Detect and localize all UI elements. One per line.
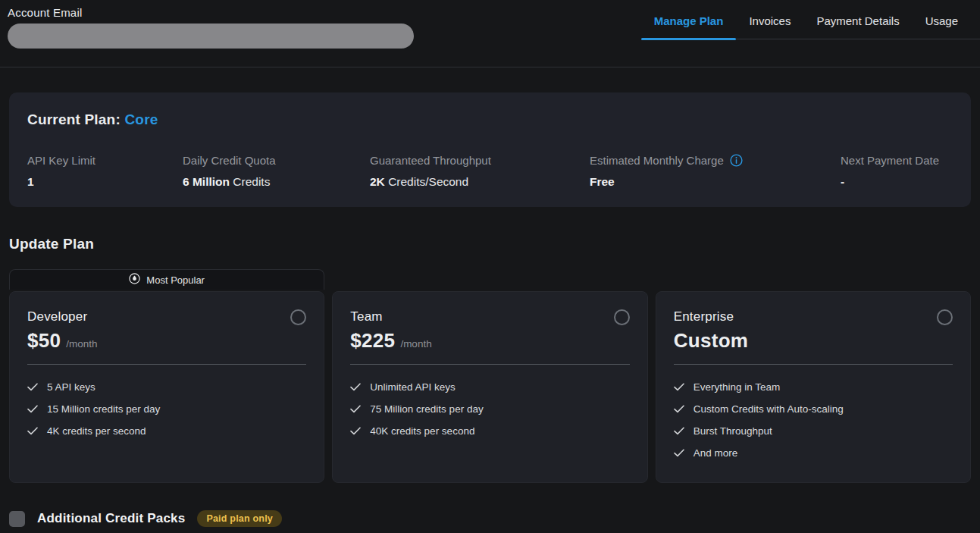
plan-name: Team [350, 309, 382, 325]
plan-price: $225 [350, 329, 395, 352]
plan-column-team: Team $225 /month Unlimited API keys 75 M… [332, 269, 647, 483]
plan-radio-enterprise[interactable] [937, 309, 953, 325]
plan-column-enterprise: Enterprise Custom Everything in Team Cus… [656, 269, 971, 483]
account-email-block: Account Email [8, 6, 414, 49]
feature-item: 40K credits per second [350, 420, 629, 442]
feature-item: And more [674, 442, 953, 464]
feature-list: Unlimited API keys 75 Million credits pe… [350, 376, 629, 442]
plan-card-developer[interactable]: Developer $50 /month 5 API keys 15 Milli… [9, 291, 324, 483]
plan-period: /month [400, 338, 431, 350]
stat-value: - [841, 175, 844, 188]
plan-card-enterprise[interactable]: Enterprise Custom Everything in Team Cus… [656, 291, 971, 483]
stat-label: Daily Credit Quota [183, 153, 276, 168]
plan-card-divider [27, 364, 306, 365]
update-plan-heading: Update Plan [9, 235, 971, 252]
feature-item: 4K credits per second [27, 420, 306, 442]
credit-packs-label: Additional Credit Packs [37, 511, 185, 526]
check-icon [674, 405, 684, 413]
plan-radio-developer[interactable] [290, 309, 306, 325]
feature-list: Everything in Team Custom Credits with A… [674, 376, 953, 464]
stat-api-key-limit: API Key Limit 1 [27, 153, 183, 190]
stat-value: Free [590, 175, 615, 188]
page-header: Account Email Manage Plan Invoices Payme… [0, 0, 980, 49]
feature-item: Everything in Team [674, 376, 953, 398]
check-icon [350, 383, 361, 391]
current-plan-stats: API Key Limit 1 Daily Credit Quota 6 Mil… [27, 153, 953, 190]
current-plan-title: Current Plan: Core [27, 111, 953, 129]
plan-name: Developer [27, 309, 87, 325]
stat-label: Next Payment Date [841, 153, 939, 168]
feature-item: 5 API keys [27, 376, 306, 398]
check-icon [27, 427, 38, 435]
check-icon [674, 383, 684, 391]
plan-card-team[interactable]: Team $225 /month Unlimited API keys 75 M… [332, 291, 647, 483]
feature-item: Burst Throughput [674, 420, 953, 442]
account-email-label: Account Email [8, 6, 414, 20]
plan-radio-team[interactable] [614, 309, 630, 325]
check-icon [674, 449, 684, 457]
feature-item: 75 Million credits per day [350, 398, 629, 420]
stat-daily-credit-quota: Daily Credit Quota 6 Million Credits [183, 153, 370, 190]
most-popular-label: Most Popular [146, 274, 205, 286]
stat-next-payment-date: Next Payment Date - [841, 153, 953, 190]
stat-estimated-monthly-charge: Estimated Monthly Charge Free [590, 153, 841, 190]
additional-credit-packs-row: Additional Credit Packs Paid plan only [9, 510, 971, 527]
credit-packs-checkbox[interactable] [9, 511, 25, 527]
stat-value: 1 [27, 175, 34, 188]
check-icon [350, 427, 361, 435]
feature-item: Unlimited API keys [350, 376, 629, 398]
check-icon [27, 383, 38, 391]
stat-value: 6 Million [183, 175, 230, 188]
feature-item: 15 Million credits per day [27, 398, 306, 420]
info-circle-icon[interactable] [730, 154, 743, 167]
tab-payment-details[interactable]: Payment Details [803, 14, 912, 39]
plan-price: Custom [674, 329, 749, 352]
plan-period: /month [66, 338, 97, 350]
tab-invoices[interactable]: Invoices [736, 14, 803, 39]
check-icon [350, 405, 361, 413]
tab-manage-plan[interactable]: Manage Plan [641, 14, 737, 39]
feature-list: 5 API keys 15 Million credits per day 4K… [27, 376, 306, 442]
plan-column-developer: Most Popular Developer $50 /month 5 API … [9, 269, 324, 483]
header-divider [0, 67, 980, 67]
billing-tabs: Manage Plan Invoices Payment Details Usa… [641, 14, 980, 39]
flame-circle-icon [129, 273, 140, 287]
paid-plan-only-badge: Paid plan only [197, 510, 282, 527]
current-plan-card: Current Plan: Core API Key Limit 1 Daily… [9, 92, 971, 207]
current-plan-title-prefix: Current Plan: [27, 111, 124, 127]
plan-name: Enterprise [674, 309, 734, 325]
stat-label: Guaranteed Throughput [370, 153, 491, 168]
stat-value: 2K [370, 175, 385, 188]
account-email-input[interactable] [8, 24, 414, 49]
feature-item: Custom Credits with Auto-scaling [674, 398, 953, 420]
current-plan-name: Core [124, 111, 158, 127]
tab-usage[interactable]: Usage [913, 14, 971, 39]
stat-label: Estimated Monthly Charge [590, 153, 724, 168]
plan-card-divider [350, 364, 629, 365]
stat-label: API Key Limit [27, 153, 95, 168]
check-icon [674, 427, 684, 435]
plan-grid: Most Popular Developer $50 /month 5 API … [9, 269, 971, 483]
plan-card-divider [674, 364, 953, 365]
plan-price: $50 [27, 329, 61, 352]
check-icon [27, 405, 38, 413]
most-popular-banner: Most Popular [9, 269, 324, 290]
stat-guaranteed-throughput: Guaranteed Throughput 2K Credits/Second [370, 153, 590, 190]
